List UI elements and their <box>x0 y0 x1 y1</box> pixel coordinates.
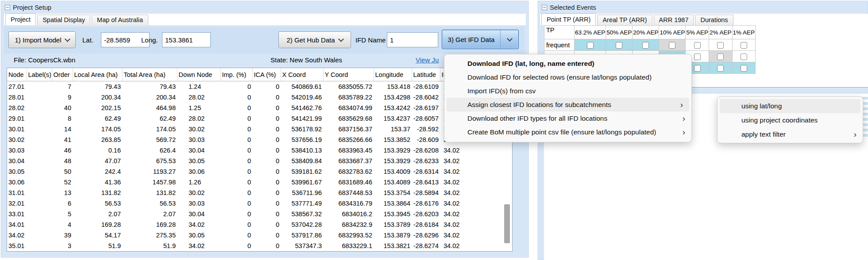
cell-order: 5 <box>52 209 73 219</box>
col-labels[interactable]: Label(s) <box>27 68 52 81</box>
ifd-name-input[interactable] <box>387 32 438 47</box>
checkbox-2-aep[interactable] <box>717 42 724 49</box>
menu-item-download-other-ifd-types[interactable]: Download other IFD types for all IFD loc… <box>444 111 691 125</box>
col-ica[interactable]: ICA (%) <box>252 68 281 81</box>
tab-spatial-display[interactable]: Spatial Display <box>37 15 90 25</box>
checkbox-1-aep[interactable] <box>741 54 747 60</box>
import-model-button[interactable]: 1) Import Model <box>8 31 76 48</box>
checkbox-20-aep[interactable] <box>642 42 649 49</box>
table-row[interactable]: 29.01 8 62.49 62.49 28.02 0 0 541421.99 … <box>7 113 501 124</box>
col-longitude[interactable]: Longitude <box>374 68 412 81</box>
table-row[interactable]: 32.01 6 56.53 56.53 30.03 0 0 537771.49 … <box>7 198 501 209</box>
col-latitude[interactable]: Latitude <box>412 68 440 81</box>
view-link[interactable]: View Ju <box>416 56 439 64</box>
cell-latitude: -28.6057 <box>412 113 440 124</box>
cell-63-aep <box>575 39 606 51</box>
submenu-item-using-lat-long[interactable]: using lat/long <box>720 99 860 113</box>
table-row[interactable]: 34.02 39 54.17 275.35 30.05 0 0 537917.8… <box>7 230 501 241</box>
checkbox-1-aep[interactable] <box>741 42 747 49</box>
cell-2-aep <box>709 62 732 74</box>
cell-total-area: 464.98 <box>122 103 177 113</box>
table-row[interactable]: 30.06 52 41.36 1457.98 1.26 0 0 539961.6… <box>7 177 501 187</box>
col-y-coord[interactable]: Y Coord <box>323 68 374 81</box>
get-hub-data-button[interactable]: 2) Get Hub Data <box>278 31 351 48</box>
col-1-aep[interactable]: 1% AEP <box>732 26 756 39</box>
table-row[interactable]: 30.05 50 242.4 1193.27 30.06 0 0 539181.… <box>7 166 501 177</box>
get-ifd-data-dropdown[interactable] <box>500 30 518 49</box>
cell-ica: 0 <box>252 103 281 113</box>
col-63-aep[interactable]: 63.2% AEP <box>575 26 606 39</box>
cell-1-aep <box>732 51 756 62</box>
cell-down-node: 28.02 <box>177 92 220 103</box>
col-x-coord[interactable]: X Coord <box>281 68 323 81</box>
col-local-area[interactable]: Local Area (ha) <box>73 68 122 81</box>
col-20-aep[interactable]: 20% AEP <box>633 26 659 39</box>
tab-durations[interactable]: Durations <box>695 15 733 25</box>
collapse-icon[interactable] <box>542 5 547 10</box>
table-row[interactable]: 35.01 3 51.9 51.9 34.02 0 0 537347.3 683… <box>7 241 501 251</box>
cell-imp: 0 <box>220 219 252 230</box>
checkbox-5-aep[interactable] <box>694 42 701 49</box>
cell-order: 50 <box>52 166 73 177</box>
cell-imp: 0 <box>220 134 252 145</box>
cell-y-coord: 6831689.46 <box>323 177 374 187</box>
table-row[interactable]: 28.01 9 200.34 200.34 28.02 0 0 542019.4… <box>7 92 501 103</box>
col-node[interactable]: Node <box>7 68 27 81</box>
table-row[interactable]: 30.04 48 47.07 675.53 30.05 0 0 538409.8… <box>7 156 501 166</box>
table-row[interactable]: 34.01 4 169.28 169.28 34.02 0 0 537042.2… <box>7 219 501 230</box>
tab-areal-tp-arr[interactable]: Areal TP (ARR) <box>597 15 652 25</box>
col-total-area[interactable]: Total Area (ha) <box>122 68 177 81</box>
col-5-aep[interactable]: 5% AEP <box>686 26 709 39</box>
checkbox-5-aep[interactable] <box>694 54 701 60</box>
tab-project[interactable]: Project <box>5 13 36 25</box>
table-row[interactable]: 28.02 40 202.15 464.98 1.25 0 0 541462.7… <box>7 103 501 113</box>
menu-item-create-bom-csv[interactable]: Create BoM multiple point csv file (ensu… <box>444 125 691 139</box>
get-ifd-data-split-button[interactable]: 3) Get IFD Data <box>442 30 519 49</box>
cell-labels <box>27 103 52 113</box>
checkbox-5-aep[interactable] <box>694 65 701 72</box>
cell-imp: 0 <box>220 103 252 113</box>
menu-item-label: Download other IFD types for all IFD loc… <box>467 115 607 122</box>
checkbox-2-aep[interactable] <box>717 54 724 60</box>
cell-labels <box>27 209 52 219</box>
cell-order: 52 <box>52 177 73 187</box>
col-imp[interactable]: Imp. (%) <box>220 68 252 81</box>
table-row[interactable]: 30.02 41 263.85 569.72 30.03 0 0 537656.… <box>7 134 501 145</box>
cell-ifd: 34.02 <box>440 166 501 177</box>
cell-local-area: 41.36 <box>73 177 122 187</box>
col-2-aep[interactable]: 2% AEP <box>709 26 732 39</box>
table-row[interactable]: 33.01 5 2.07 2.07 30.04 0 0 538567.32 68… <box>7 209 501 219</box>
col-order[interactable]: Order <box>52 68 73 81</box>
table-row[interactable]: 31.01 13 131.82 131.82 30.02 0 0 536711.… <box>7 187 501 198</box>
cell-down-node: 30.06 <box>177 166 220 177</box>
cell-local-area: 263.85 <box>73 134 122 145</box>
checkbox-10-aep[interactable] <box>669 42 675 49</box>
checkbox-2-aep[interactable] <box>717 65 724 72</box>
tab-point-tp-arr[interactable]: Point TP (ARR) <box>541 13 596 25</box>
menu-item-assign-closest-ifd[interactable]: Assign closest IFD locations for subcatc… <box>447 98 689 111</box>
submenu-item-apply-text-filter[interactable]: apply text filter <box>718 127 863 141</box>
cell-y-coord: 6834016.2 <box>323 209 374 219</box>
long-input[interactable] <box>162 32 211 47</box>
tab-arr-1987[interactable]: ARR 1987 <box>654 15 694 25</box>
col-50-aep[interactable]: 50% AEP <box>606 26 633 39</box>
col-down-node[interactable]: Down Node <box>177 68 220 81</box>
checkbox-50-aep[interactable] <box>616 42 622 49</box>
cell-y-coord: 6834074.99 <box>323 103 374 113</box>
checkbox-1-aep[interactable] <box>741 65 747 72</box>
menu-item-download-ifd-selected-rows[interactable]: Download IFD for selected rows (ensure l… <box>444 70 691 84</box>
submenu-arrow-icon <box>683 125 685 139</box>
checkbox-63-aep[interactable] <box>587 42 594 49</box>
menu-item-import-ifd-csv[interactable]: Import IFD(s) from csv <box>444 84 691 98</box>
collapse-icon[interactable] <box>5 5 10 10</box>
table-row[interactable]: 30.03 46 0.16 626.4 30.04 0 0 538410.13 … <box>7 145 501 156</box>
table-row[interactable]: 30.01 14 174.05 174.05 30.02 0 0 536178.… <box>7 124 501 134</box>
col-10-aep[interactable]: 10% AEP <box>659 26 686 39</box>
vertical-scrollbar-thumb[interactable] <box>504 204 510 243</box>
cell-local-area: 131.82 <box>73 187 122 198</box>
submenu-item-using-project-coordinates[interactable]: using project coordinates <box>718 113 863 127</box>
menu-item-download-ifd[interactable]: Download IFD (lat, long, name entered) <box>444 57 691 70</box>
table-row[interactable]: 27.01 7 79.43 79.43 1.24 0 0 540869.61 6… <box>7 81 501 92</box>
cell-ifd: 34.02 <box>440 219 501 230</box>
tab-map-of-australia[interactable]: Map of Australia <box>92 15 148 25</box>
